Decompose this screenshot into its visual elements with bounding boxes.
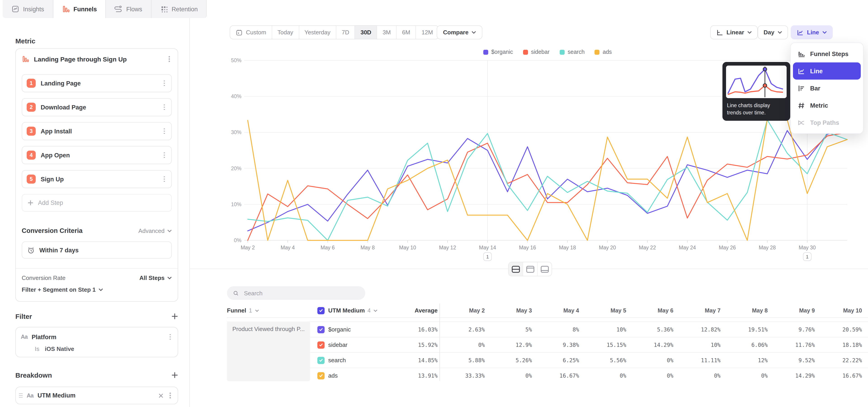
date-column-header[interactable]: May 10 [815, 307, 862, 314]
string-type-icon: Aa [21, 334, 28, 340]
funnel-group-cell[interactable]: Product Viewed through P... [227, 321, 310, 381]
cell-value: 11.11% [673, 357, 721, 363]
check-icon [319, 374, 323, 378]
conversion-criteria-heading: Conversion Criteria [22, 227, 83, 234]
query-sidebar: Metric Landing Page through Sign Up 1Lan… [0, 18, 190, 407]
layout-split-button[interactable] [508, 262, 523, 276]
series-checkbox[interactable] [317, 326, 324, 333]
date-column-header[interactable]: May 9 [768, 307, 815, 314]
layout-chart-button[interactable] [523, 262, 537, 276]
menu-item-line[interactable]: Line [793, 62, 861, 80]
cell-value: 9.38% [532, 342, 579, 348]
column-divider [439, 304, 440, 381]
funnels-icon [62, 5, 70, 13]
x-axis-tick: May 28 [759, 245, 776, 251]
date-column-header[interactable]: May 6 [626, 307, 673, 314]
tab-funnels[interactable]: Funnels [53, 0, 106, 18]
cell-value: 0% [485, 372, 532, 379]
tab-insights[interactable]: Insights [3, 0, 53, 18]
step-label: App Open [41, 152, 157, 158]
funnel-step-5[interactable]: 5Sign Up [22, 170, 172, 188]
all-steps-dropdown[interactable]: All Steps [140, 275, 172, 281]
table-row-ads: ads13.91%33.33%0%16.67%0%0%0%0%14.29%16.… [227, 368, 868, 383]
add-breakdown-button[interactable] [171, 372, 178, 378]
chevron-down-icon [167, 276, 172, 279]
all-steps-label: All Steps [140, 275, 164, 281]
menu-item-label: Metric [810, 102, 828, 109]
metric-kebab-menu[interactable] [167, 55, 172, 63]
cell-value: 0% [721, 372, 768, 379]
table-row-sidebar: sidebar15.92%0%12.9%9.38%15.15%14.29%10%… [227, 337, 868, 352]
funnel-step-3[interactable]: 3App Install [22, 122, 172, 140]
filter-property[interactable]: Platform [32, 334, 164, 340]
conversion-window-button[interactable]: Within 7 days [22, 242, 172, 259]
funnel-step-4[interactable]: 4App Open [22, 146, 172, 164]
tab-flows[interactable]: Flows [106, 0, 151, 18]
string-type-icon: Aa [27, 392, 33, 399]
date-column-header[interactable]: May 8 [721, 307, 768, 314]
cell-value: 22.22% [815, 357, 862, 363]
cell-value: 6.06% [721, 342, 768, 348]
breakdown-property[interactable]: UTM Medium [37, 392, 154, 399]
date-column-header[interactable]: May 5 [579, 307, 626, 314]
funnel-step-1[interactable]: 1Landing Page [22, 74, 172, 92]
filter-value[interactable]: iOS Native [45, 345, 74, 352]
filter-operator[interactable]: Is [35, 345, 39, 352]
date-column-header[interactable]: May 7 [673, 307, 721, 314]
drag-handle-icon[interactable] [19, 394, 23, 398]
step-label: App Install [41, 128, 157, 134]
layout-toggle-group [508, 262, 552, 276]
step-number-badge: 3 [27, 127, 36, 136]
add-step-button[interactable]: Add Step [22, 194, 172, 212]
menu-item-funnel-steps[interactable]: Funnel Steps [793, 45, 861, 62]
series-checkbox[interactable] [317, 356, 324, 364]
line-option-tooltip: Line charts display trends over time. [722, 62, 790, 121]
funnel-steps-list: 1Landing Page2Download Page3App Install4… [22, 74, 172, 188]
add-filter-button[interactable] [171, 313, 178, 320]
average-value: 15.92% [390, 342, 438, 348]
date-column-header[interactable]: May 4 [532, 307, 579, 314]
y-axis-tick: 40% [231, 93, 241, 99]
table-body: Product Viewed through P... $organic16.0… [227, 321, 868, 383]
cell-value: 15.15% [579, 342, 626, 348]
series-checkbox[interactable] [317, 341, 324, 348]
layout-table-button[interactable] [537, 262, 552, 276]
search-input[interactable] [243, 289, 360, 297]
remove-breakdown-button[interactable] [158, 393, 164, 398]
y-axis-tick: 0% [234, 238, 241, 243]
tooltip-text: Line charts display trends over time. [726, 102, 786, 116]
conversion-window-label: Within 7 days [39, 247, 79, 253]
funnel-column-header[interactable]: Funnel 1 [227, 307, 317, 314]
step-label: Download Page [41, 104, 157, 111]
average-column-header[interactable]: Average [390, 307, 438, 314]
breakdown-kebab-menu[interactable] [168, 392, 173, 399]
menu-item-metric[interactable]: Metric [793, 97, 861, 114]
select-all-checkbox[interactable] [317, 307, 324, 314]
filter-segment-label: Filter + Segment on Step 1 [22, 286, 96, 293]
cell-value: 33.33% [438, 372, 485, 379]
breakdown-column-header[interactable]: UTM Medium 4 [317, 307, 390, 314]
step-kebab-menu[interactable] [162, 151, 167, 159]
series-checkbox[interactable] [317, 372, 324, 379]
filter-segment-dropdown[interactable]: Filter + Segment on Step 1 [22, 286, 172, 293]
date-column-header[interactable]: May 3 [485, 307, 532, 314]
tab-retention[interactable]: Retention [151, 0, 207, 18]
menu-item-label: Funnel Steps [810, 51, 848, 57]
step-kebab-menu[interactable] [162, 127, 167, 135]
series-name: ads [328, 372, 338, 379]
cell-value: 19.51% [721, 326, 768, 333]
date-column-header[interactable]: May 2 [438, 307, 485, 314]
funnel-step-2[interactable]: 2Download Page [22, 98, 172, 116]
step-label: Sign Up [41, 176, 157, 183]
average-value: 13.91% [390, 372, 438, 379]
step-kebab-menu[interactable] [162, 80, 167, 87]
filter-kebab-menu[interactable] [168, 333, 173, 341]
report-canvas: CustomTodayYesterday7D30D3M6M12M Compare… [190, 0, 868, 407]
step-kebab-menu[interactable] [162, 103, 167, 111]
cell-value: 0% [626, 357, 673, 363]
conversion-rate-label: Conversion Rate [22, 275, 66, 281]
advanced-dropdown[interactable]: Advanced [138, 227, 172, 234]
menu-item-bar[interactable]: Bar [793, 80, 861, 97]
funnel-metric-icon [22, 55, 29, 63]
step-kebab-menu[interactable] [162, 175, 167, 183]
